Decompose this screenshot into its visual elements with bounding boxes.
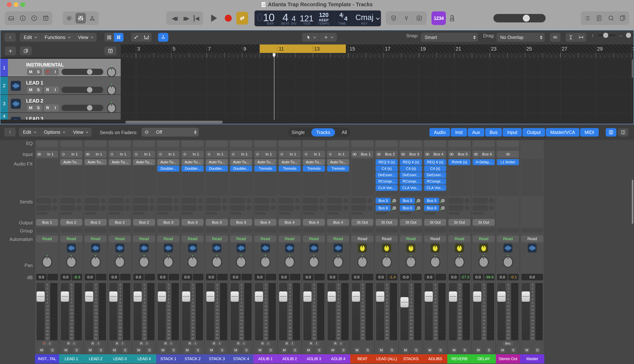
- fx-plugin-slot[interactable]: REQ 6 (s): [400, 159, 422, 165]
- channel-mute-button[interactable]: M: [282, 348, 287, 353]
- automation-button[interactable]: [131, 33, 141, 42]
- channel-mute-button[interactable]: M: [160, 348, 166, 353]
- output-slot[interactable]: Bus 4: [303, 219, 325, 226]
- volume-db-field[interactable]: 0.0: [60, 274, 71, 280]
- output-slot[interactable]: Bus 3: [230, 219, 252, 226]
- track-solo-button[interactable]: S: [34, 86, 42, 93]
- volume-db-field[interactable]: 0.0: [133, 274, 144, 280]
- audio-fx-panel[interactable]: Auto-Tu...: [60, 159, 82, 196]
- automation-mode-button[interactable]: Read: [36, 236, 58, 242]
- group-slot[interactable]: [60, 228, 82, 232]
- send-slot[interactable]: [448, 205, 464, 211]
- send-stub-slot[interactable]: [109, 212, 120, 214]
- input-monitor-button[interactable]: I: [120, 342, 125, 346]
- input-slot[interactable]: Bus 3: [400, 151, 422, 158]
- channel-solo-button[interactable]: S: [268, 348, 274, 353]
- eq-thumbnail[interactable]: [473, 140, 495, 147]
- peak-level-field[interactable]: --: [96, 274, 106, 280]
- channel-mute-button[interactable]: M: [354, 348, 360, 353]
- fader-handle[interactable]: [279, 292, 287, 302]
- audio-fx-panel[interactable]: Auto-Tu...Tremolo: [278, 159, 301, 196]
- send-level-knob[interactable]: [270, 206, 276, 210]
- fx-plugin-slot[interactable]: Auto-Tu...: [133, 159, 155, 165]
- eq-thumbnail[interactable]: [182, 140, 204, 147]
- fx-plugin-slot[interactable]: DeEsser...: [400, 172, 422, 178]
- mixer-menu-options[interactable]: Options: [40, 128, 69, 136]
- channel-name-plate[interactable]: LEAD 3: [108, 354, 132, 364]
- eq-thumbnail[interactable]: [36, 140, 58, 147]
- input-slot[interactable]: [497, 151, 519, 158]
- audio-fx-panel[interactable]: H-Delay...: [473, 159, 495, 196]
- send-level-knob[interactable]: [295, 198, 300, 203]
- send-level-knob[interactable]: [198, 198, 203, 203]
- send-slot[interactable]: [278, 205, 294, 211]
- send-stub-slot[interactable]: [400, 212, 411, 214]
- input-slot[interactable]: In 1: [60, 151, 82, 158]
- peak-level-field[interactable]: --: [193, 274, 204, 280]
- output-slot[interactable]: Bus 2: [84, 219, 106, 226]
- filter-aux[interactable]: Aux: [468, 128, 484, 136]
- automation-mode-button[interactable]: Read: [157, 236, 179, 242]
- channel-name-plate[interactable]: STACK 4: [229, 354, 253, 364]
- add-track-button[interactable]: +: [5, 46, 16, 55]
- record-enable-button[interactable]: R: [284, 342, 289, 346]
- fader-track[interactable]: [304, 283, 312, 340]
- input-slot[interactable]: In 1: [303, 151, 325, 158]
- filter-master-vca[interactable]: Master/VCA: [546, 128, 580, 136]
- track-solo-button[interactable]: S: [34, 68, 42, 75]
- peak-level-field[interactable]: --: [217, 274, 228, 280]
- group-slot[interactable]: [109, 228, 131, 232]
- group-slot[interactable]: [230, 228, 252, 232]
- send-level-knob[interactable]: [76, 206, 82, 210]
- volume-db-field[interactable]: 0.0: [182, 274, 192, 280]
- automation-mode-button[interactable]: Read: [206, 236, 228, 242]
- send-level-knob[interactable]: [392, 206, 397, 210]
- group-slot[interactable]: [84, 228, 106, 232]
- fx-plugin-slot[interactable]: Tremolo: [254, 166, 276, 172]
- audio-fx-panel[interactable]: L1 limiter: [497, 159, 519, 196]
- channel-solo-button[interactable]: S: [50, 348, 55, 353]
- fx-plugin-slot[interactable]: REQ 6 (s): [376, 159, 398, 165]
- tracks-back-button[interactable]: ↑: [4, 33, 16, 42]
- eq-thumbnail[interactable]: [230, 140, 252, 147]
- channel-name-plate[interactable]: LEAD 1: [59, 354, 84, 364]
- automation-mode-button[interactable]: Read: [497, 236, 519, 242]
- channel-pan-knob[interactable]: [163, 256, 174, 268]
- channel-mute-button[interactable]: M: [500, 348, 505, 353]
- group-slot[interactable]: [303, 228, 325, 232]
- channel-pan-knob[interactable]: [260, 256, 270, 268]
- send-slot[interactable]: [278, 198, 294, 204]
- fx-plugin-slot[interactable]: Auto-Tu...: [254, 159, 276, 165]
- automation-mode-button[interactable]: Read: [182, 236, 204, 242]
- output-slot[interactable]: St Out: [448, 219, 470, 226]
- channel-pan-knob[interactable]: [333, 256, 343, 268]
- grid-view-button[interactable]: [104, 33, 114, 42]
- list-editors-button[interactable]: [582, 13, 592, 24]
- tracks-menu-functions[interactable]: Functions: [40, 33, 74, 42]
- channel-solo-button[interactable]: S: [122, 348, 128, 353]
- fx-plugin-slot[interactable]: C4 (s): [376, 166, 398, 172]
- fader-handle[interactable]: [255, 292, 263, 302]
- volume-knob[interactable]: [523, 15, 530, 22]
- peak-level-field[interactable]: --: [290, 274, 300, 280]
- fader-handle[interactable]: [231, 292, 239, 302]
- automation-mode-button[interactable]: Read: [424, 236, 446, 242]
- track-pan-knob[interactable]: [107, 85, 116, 95]
- send-level-knob[interactable]: [125, 198, 130, 203]
- shield-x-button[interactable]: [388, 13, 399, 24]
- cycle-region[interactable]: [260, 44, 346, 53]
- fader-track[interactable]: [134, 283, 142, 340]
- volume-db-field[interactable]: 0.0: [303, 274, 314, 280]
- input-monitor-button[interactable]: I: [144, 342, 149, 346]
- record-enable-button[interactable]: R: [333, 342, 338, 346]
- track-volume-slider[interactable]: [62, 69, 103, 75]
- send-slot[interactable]: [327, 198, 342, 204]
- track-record-enable-button[interactable]: R: [44, 104, 52, 111]
- channel-solo-button[interactable]: S: [486, 348, 492, 353]
- arrange-lanes[interactable]: [121, 58, 634, 120]
- volume-slider-knob[interactable]: [87, 69, 92, 74]
- send-level-knob[interactable]: [440, 198, 446, 203]
- volume-db-field[interactable]: 0.0: [36, 274, 47, 280]
- send-slot[interactable]: [206, 198, 221, 204]
- track-record-enable-button[interactable]: R: [44, 68, 52, 75]
